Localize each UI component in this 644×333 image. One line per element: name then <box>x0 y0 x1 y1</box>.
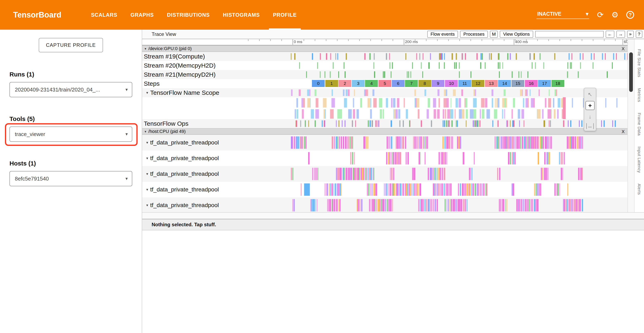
trace-viewer: Trace View Flow events Processes M View … <box>142 30 644 333</box>
tools-value: trace_viewer <box>10 131 45 138</box>
chevron-down-icon: ▾ <box>144 47 146 51</box>
gpu-section-title: /device:GPU:0 (pid 0) <box>148 46 192 51</box>
step-block-8[interactable]: 8 <box>418 80 431 87</box>
trace-help-button[interactable]: ? <box>636 31 642 38</box>
forward-button[interactable]: → <box>616 31 625 38</box>
cpu-thread-row[interactable]: ▾tf_data_private_threadpool <box>142 135 628 150</box>
thread-row-label: ▾tf_data_private_threadpool <box>142 135 246 150</box>
cpu-thread-row[interactable]: ▾tf_data_private_threadpool <box>142 198 628 212</box>
side-tab-alerts[interactable]: Alerts <box>637 184 642 195</box>
processes-button[interactable]: Processes <box>460 31 488 38</box>
step-block-2[interactable]: 2 <box>338 80 351 87</box>
runs-value: 20200409-231431/train/2020_04_... <box>10 86 100 93</box>
detail-bar-message: Nothing selected. Tap stuff. <box>152 222 216 228</box>
trace-row-stream21[interactable]: Stream #21(MemcpyD2H) <box>142 70 628 79</box>
nav-tab-graphs[interactable]: GRAPHS <box>124 0 160 30</box>
help-icon[interactable]: ? <box>626 11 634 19</box>
sidebar: CAPTURE PROFILE Runs (1) 20200409-231431… <box>0 30 142 333</box>
tools-label: Tools (5) <box>10 116 142 123</box>
step-block-4[interactable]: 4 <box>365 80 378 87</box>
horizontal-scroll-band[interactable] <box>142 212 644 219</box>
header-nav: SCALARSGRAPHSDISTRIBUTIONSHISTOGRAMSPROF… <box>84 0 304 30</box>
step-block-12[interactable]: 12 <box>472 80 484 87</box>
step-block-15[interactable]: 15 <box>512 80 524 87</box>
vertical-scrollbar[interactable] <box>628 39 634 212</box>
step-block-9[interactable]: 9 <box>432 80 444 87</box>
back-button[interactable]: ← <box>606 31 614 38</box>
step-block-13[interactable]: 13 <box>485 80 498 87</box>
detail-bar: Nothing selected. Tap stuff. <box>142 219 644 230</box>
more-button[interactable]: » <box>627 31 634 38</box>
runs-label: Runs (1) <box>10 71 142 78</box>
thread-row-label: ▾tf_data_private_threadpool <box>142 166 246 182</box>
view-options-button[interactable]: View Options <box>500 31 533 38</box>
row-label: TensorFlow Ops <box>142 119 246 128</box>
step-block-14[interactable]: 14 <box>498 80 511 87</box>
step-block-5[interactable]: 5 <box>378 80 391 87</box>
gear-icon[interactable]: ⚙ <box>612 11 618 19</box>
trace-view-toolbar: Trace View Flow events Processes M View … <box>142 30 644 39</box>
pan-tool-button[interactable]: ↓ <box>586 112 594 121</box>
hosts-value: 8efc5e791540 <box>10 176 49 182</box>
app-header: TensorBoard SCALARSGRAPHSDISTRIBUTIONSHI… <box>0 0 644 30</box>
trace-row-stream19[interactable]: Stream #19(Compute) <box>142 52 628 61</box>
row-label: ▾ TensorFlow Name Scope <box>142 88 246 97</box>
timing-tool-button[interactable]: ↔ <box>586 123 594 129</box>
side-tab-metrics[interactable]: Metrics <box>637 88 642 102</box>
cpu-thread-row[interactable]: ▾tf_data_private_threadpool <box>142 182 628 198</box>
close-cpu-section-button[interactable]: X <box>622 128 625 135</box>
step-block-16[interactable]: 16 <box>525 80 538 87</box>
step-block-17[interactable]: 17 <box>538 80 551 87</box>
cpu-thread-row[interactable]: ▾tf_data_private_threadpool <box>142 150 628 166</box>
nav-tab-histograms[interactable]: HISTOGRAMS <box>216 0 266 30</box>
tools-select[interactable]: trace_viewer ▾ <box>10 126 132 142</box>
cpu-section-title: /host:CPU (pid 49) <box>148 129 186 134</box>
close-gpu-section-button[interactable]: X <box>622 46 625 52</box>
row-label: Stream #20(MemcpyH2D) <box>142 61 246 70</box>
zoom-tool-button[interactable]: + <box>586 101 594 110</box>
ruler-track: 0 ms200 ms400 ms600 <box>246 39 628 45</box>
scrollbar-thumb[interactable] <box>629 52 633 92</box>
step-block-11[interactable]: 11 <box>458 80 471 87</box>
chevron-down-icon: ▾ <box>146 172 148 176</box>
trace-grid: 0 ms200 ms400 ms600 ▾ /device:GPU:0 (pid… <box>142 39 628 212</box>
step-block-3[interactable]: 3 <box>352 80 365 87</box>
hosts-select[interactable]: 8efc5e791540 ▾ <box>10 171 132 186</box>
flow-events-button[interactable]: Flow events <box>427 31 458 38</box>
trace-search-input[interactable] <box>535 31 604 38</box>
select-tool-button[interactable]: ↖ <box>586 90 594 99</box>
trace-row-tensorflow-ops[interactable]: TensorFlow Ops <box>142 119 628 128</box>
metadata-button[interactable]: M <box>490 31 498 38</box>
nav-tab-distributions[interactable]: DISTRIBUTIONS <box>160 0 216 30</box>
thread-row-label: ▾tf_data_private_threadpool <box>142 198 246 212</box>
step-block-7[interactable]: 7 <box>405 80 418 87</box>
steps-track: 0123456789101112131415161718 <box>246 79 628 88</box>
trace-row-name-scope[interactable]: ▾ TensorFlow Name Scope <box>142 88 628 97</box>
status-dropdown[interactable]: INACTIVE ▾ <box>536 11 589 19</box>
step-block-6[interactable]: 6 <box>392 80 404 87</box>
side-tab-input-latency[interactable]: Input Latency <box>637 146 642 173</box>
step-block-1[interactable]: 1 <box>325 80 338 87</box>
thread-row-label: ▾tf_data_private_threadpool <box>142 182 246 198</box>
ruler-tick-label: 0 ms <box>294 40 302 44</box>
capture-profile-button[interactable]: CAPTURE PROFILE <box>39 38 103 52</box>
chevron-down-icon: ▾ <box>146 187 148 192</box>
side-tab-frame-data[interactable]: Frame Data <box>637 113 642 136</box>
status-label: INACTIVE <box>537 11 562 17</box>
step-block-0[interactable]: 0 <box>312 80 325 87</box>
cpu-section-header[interactable]: ▾ /host:CPU (pid 49) X <box>142 128 628 135</box>
nav-tab-profile[interactable]: PROFILE <box>266 0 303 30</box>
gpu-section-header[interactable]: ▾ /device:GPU:0 (pid 0) X <box>142 45 628 52</box>
step-block-10[interactable]: 10 <box>445 80 458 87</box>
runs-select[interactable]: 20200409-231431/train/2020_04_... ▾ <box>10 82 132 97</box>
refresh-icon[interactable]: ⟳ <box>597 11 604 19</box>
hosts-label: Hosts (1) <box>10 160 142 167</box>
trace-row-stream20[interactable]: Stream #20(MemcpyH2D) <box>142 61 628 70</box>
nav-tab-scalars[interactable]: SCALARS <box>84 0 124 30</box>
step-block-18[interactable]: 18 <box>552 80 564 87</box>
trace-row-steps[interactable]: Steps 0123456789101112131415161718 <box>142 79 628 88</box>
cpu-thread-row[interactable]: ▾tf_data_private_threadpool <box>142 166 628 182</box>
side-tab-file-size-stats[interactable]: File Size Stats <box>637 49 642 77</box>
row-label: Stream #21(MemcpyD2H) <box>142 70 246 79</box>
cpu-rows: ▾tf_data_private_threadpool▾tf_data_priv… <box>142 135 628 212</box>
